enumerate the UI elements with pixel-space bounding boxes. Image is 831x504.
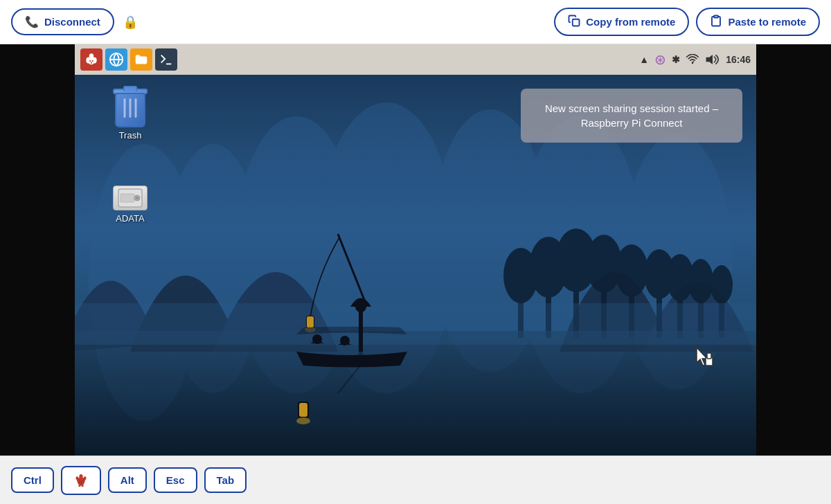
trash-body <box>115 93 145 127</box>
svg-rect-45 <box>307 316 314 327</box>
adata-label: ADATA <box>116 213 144 224</box>
top-bar-right: Copy from remote Paste to remote <box>554 8 820 36</box>
pi-taskbar-right: ▲ ⊛ ✱ 16:46 <box>639 51 751 68</box>
svg-rect-39 <box>75 331 756 456</box>
svg-point-66 <box>78 478 84 485</box>
svg-rect-0 <box>573 19 580 26</box>
remote-desktop-area[interactable]: ▲ ⊛ ✱ 16:46 <box>0 44 831 456</box>
pi-terminal-icon[interactable] <box>155 48 177 71</box>
lock-icon: 🔒 <box>123 15 138 30</box>
pi-connect-icon: ⊛ <box>654 51 666 68</box>
disconnect-button[interactable]: 📞 Disconnect <box>11 8 114 35</box>
svg-rect-40 <box>75 303 756 345</box>
disconnect-label: Disconnect <box>44 16 100 28</box>
esc-key-button[interactable]: Esc <box>154 467 197 493</box>
bluetooth-icon: ✱ <box>672 54 680 65</box>
trash-label: Trash <box>119 130 142 141</box>
copy-from-remote-button[interactable]: Copy from remote <box>554 8 689 36</box>
paste-to-remote-button[interactable]: Paste to remote <box>696 8 820 36</box>
phone-icon: 📞 <box>25 15 39 28</box>
svg-marker-12 <box>706 55 713 64</box>
top-bar: 📞 Disconnect 🔒 Copy from remote Paste to… <box>0 0 831 44</box>
svg-point-54 <box>296 417 310 424</box>
right-border <box>756 44 831 456</box>
svg-point-38 <box>711 265 733 304</box>
trash-desktop-icon[interactable]: Trash <box>102 89 158 141</box>
svg-point-7 <box>92 60 93 62</box>
raspberry-key-button[interactable] <box>61 466 101 495</box>
svg-rect-56 <box>120 194 134 202</box>
svg-point-70 <box>80 480 80 481</box>
tab-key-label: Tab <box>217 474 235 486</box>
svg-point-36 <box>688 259 713 303</box>
pi-folder-icon[interactable] <box>130 48 152 71</box>
svg-point-47 <box>312 334 322 344</box>
copy-cursor-icon <box>692 346 715 372</box>
raspberry-bottom-icon <box>73 473 89 488</box>
drive-body <box>113 186 148 210</box>
svg-point-6 <box>89 60 91 62</box>
adata-desktop-icon[interactable]: ADATA <box>102 186 158 224</box>
paste-icon <box>710 15 722 29</box>
left-border <box>0 44 75 456</box>
svg-rect-49 <box>359 334 363 355</box>
paste-to-remote-label: Paste to remote <box>728 16 806 28</box>
volume-icon <box>705 54 720 65</box>
svg-point-74 <box>81 485 84 487</box>
svg-point-71 <box>82 480 82 481</box>
ctrl-key-label: Ctrl <box>24 474 42 486</box>
svg-point-30 <box>615 244 648 297</box>
tab-key-button[interactable]: Tab <box>204 467 247 493</box>
esc-key-label: Esc <box>166 474 185 486</box>
svg-point-58 <box>136 197 138 199</box>
top-bar-left: 📞 Disconnect 🔒 <box>11 8 138 35</box>
svg-point-73 <box>78 485 81 487</box>
svg-rect-53 <box>299 403 307 417</box>
pi-menu-icon[interactable] <box>80 48 102 71</box>
svg-rect-60 <box>707 353 711 359</box>
svg-point-48 <box>340 336 350 345</box>
pi-globe-icon[interactable] <box>105 48 127 71</box>
bottom-bar: Ctrl Alt Esc Tab <box>0 456 831 504</box>
copy-from-remote-label: Copy from remote <box>586 16 675 28</box>
notification-toast: New screen sharing session started – Ras… <box>521 89 742 143</box>
desktop-background[interactable]: New screen sharing session started – Ras… <box>75 75 756 456</box>
notification-text: New screen sharing session started – Ras… <box>545 102 718 129</box>
alt-key-button[interactable]: Alt <box>108 467 147 493</box>
svg-point-5 <box>89 59 94 64</box>
drive-svg <box>118 188 143 208</box>
ctrl-key-button[interactable]: Ctrl <box>11 467 54 493</box>
pi-taskbar-left <box>80 48 177 71</box>
svg-point-72 <box>80 483 81 483</box>
pi-clock: 16:46 <box>726 54 751 65</box>
svg-rect-1 <box>714 16 718 18</box>
pi-taskbar: ▲ ⊛ ✱ 16:46 <box>75 44 756 75</box>
trash-lines <box>124 98 137 118</box>
svg-point-11 <box>692 62 694 64</box>
svg-point-64 <box>75 476 78 480</box>
alt-key-label: Alt <box>120 474 134 486</box>
eject-icon: ▲ <box>639 54 649 65</box>
svg-point-8 <box>91 62 92 64</box>
svg-point-65 <box>84 476 87 480</box>
wifi-icon <box>686 54 699 65</box>
copy-icon <box>568 15 580 29</box>
